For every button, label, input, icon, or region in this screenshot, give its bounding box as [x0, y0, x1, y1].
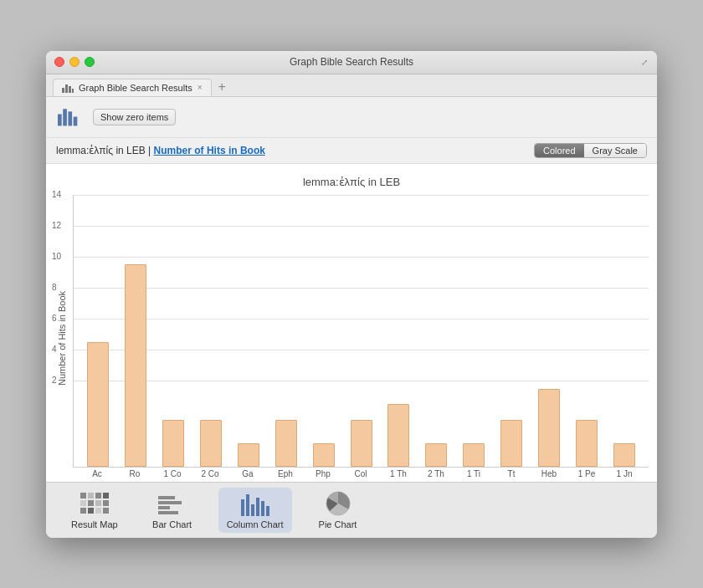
x-label: Eph [268, 469, 303, 478]
svg-rect-26 [251, 504, 254, 516]
filter-text: lemma:ἐλπίς in LEB | Number of Hits in B… [56, 145, 265, 156]
colored-button[interactable]: Colored [535, 144, 584, 157]
svg-rect-10 [95, 493, 101, 499]
bar-chart-svg [158, 493, 187, 516]
bar-group[interactable] [494, 420, 529, 467]
svg-rect-17 [88, 508, 94, 514]
tab-close-icon[interactable]: × [198, 83, 203, 92]
svg-rect-5 [63, 109, 67, 125]
bar-group[interactable] [80, 342, 115, 467]
bar [613, 443, 635, 467]
bar-group[interactable] [456, 443, 491, 467]
bar [200, 420, 222, 467]
minimize-button[interactable] [69, 57, 80, 67]
x-label: Col [343, 469, 378, 478]
svg-rect-4 [58, 114, 62, 125]
result-map-svg [80, 493, 109, 516]
bar-group[interactable] [418, 443, 454, 467]
chart-container: Number of Hits in Book 2468101214 AcRo1 … [54, 195, 649, 482]
bar-group[interactable] [306, 443, 341, 467]
svg-rect-2 [69, 86, 71, 93]
traffic-lights [54, 57, 95, 67]
bar [351, 420, 372, 467]
bar-group[interactable] [156, 420, 191, 467]
bottom-tab-column-chart[interactable]: Column Chart [218, 488, 292, 533]
svg-rect-1 [65, 84, 68, 93]
bars-container [74, 195, 649, 467]
pie-chart-icon [323, 491, 353, 516]
hits-link[interactable]: Number of Hits in Book [154, 145, 265, 156]
svg-rect-6 [68, 111, 72, 125]
x-label: 1 Ti [456, 469, 491, 478]
toolbar-chart-icon [54, 102, 85, 132]
svg-rect-18 [95, 508, 101, 514]
bottom-tab-pie-chart[interactable]: Pie Chart [309, 488, 367, 533]
svg-rect-24 [241, 499, 244, 516]
bar [463, 443, 485, 467]
svg-rect-3 [72, 89, 74, 93]
lemma-text: lemma:ἐλπίς in LEB [56, 145, 146, 156]
x-label: Heb [531, 469, 567, 478]
y-tick-label: 4 [52, 345, 57, 354]
bar-group[interactable] [269, 420, 304, 467]
svg-rect-8 [80, 493, 86, 499]
result-map-label: Result Map [71, 519, 118, 529]
bottom-tab-bar-chart[interactable]: Bar Chart [143, 488, 202, 533]
bar-group[interactable] [344, 420, 379, 467]
column-chart-svg [241, 493, 269, 516]
svg-rect-19 [103, 508, 109, 514]
svg-rect-25 [246, 494, 249, 516]
y-tick-label: 8 [52, 283, 57, 292]
x-label: Ro [117, 469, 152, 478]
main-window: Graph Bible Search Results ⤢ Graph Bible… [46, 51, 657, 538]
y-tick-label: 12 [52, 221, 61, 230]
resize-button[interactable]: ⤢ [639, 56, 650, 68]
bar [313, 443, 335, 467]
bar [425, 443, 447, 467]
svg-rect-9 [88, 493, 94, 499]
window-title: Graph Bible Search Results [290, 56, 413, 68]
svg-rect-21 [158, 501, 182, 504]
x-label: Php [305, 469, 341, 478]
x-label: Tt [494, 469, 529, 478]
maximize-button[interactable] [85, 57, 95, 67]
bar [500, 420, 522, 467]
tab-label: Graph Bible Search Results [79, 83, 192, 93]
svg-rect-13 [88, 500, 94, 506]
bottom-tabs: Result Map Bar Chart [46, 482, 657, 538]
x-label: 2 Co [192, 469, 228, 478]
scale-toggle: Colored Gray Scale [534, 143, 647, 158]
filter-bar: lemma:ἐλπίς in LEB | Number of Hits in B… [46, 138, 657, 164]
svg-rect-23 [158, 511, 178, 514]
bar-group[interactable] [382, 404, 417, 466]
bar-group[interactable] [231, 443, 266, 467]
x-label: 1 Jn [607, 469, 642, 478]
x-label: Ga [230, 469, 265, 478]
bar-group[interactable] [531, 389, 567, 467]
column-chart-label: Column Chart [227, 519, 284, 529]
column-chart-icon [240, 491, 270, 516]
new-tab-button[interactable]: + [213, 78, 231, 96]
result-map-icon [80, 491, 110, 516]
toolbar: Show zero items [46, 97, 657, 138]
show-zero-button[interactable]: Show zero items [93, 109, 176, 125]
bar [125, 264, 146, 466]
bar [87, 342, 109, 467]
svg-rect-7 [74, 116, 78, 125]
grid-and-bars: 2468101214 [73, 195, 649, 468]
y-axis-label: Number of Hits in Book [54, 195, 69, 482]
y-tick-label: 10 [52, 252, 61, 261]
svg-rect-27 [256, 498, 259, 516]
bar [238, 443, 259, 467]
close-button[interactable] [54, 57, 64, 67]
bar-group[interactable] [607, 443, 642, 467]
bar [387, 404, 409, 466]
bar-group[interactable] [569, 420, 604, 467]
grayscale-button[interactable]: Gray Scale [584, 144, 646, 157]
svg-rect-20 [158, 496, 175, 499]
bar-group[interactable] [193, 420, 228, 467]
x-label: 1 Pe [569, 469, 604, 478]
bar-group[interactable] [118, 264, 153, 466]
tab-graph-bible[interactable]: Graph Bible Search Results × [53, 79, 212, 96]
bottom-tab-result-map[interactable]: Result Map [63, 488, 126, 533]
